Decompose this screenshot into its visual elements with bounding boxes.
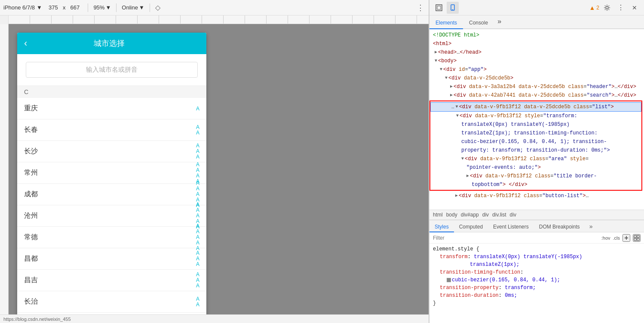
device-emulation-icon xyxy=(449,4,456,11)
toolbar-divider-1 xyxy=(88,3,88,12)
tab-elements[interactable]: Elements xyxy=(429,17,463,29)
header-tag: <div data-v-3a3a12b4 data-v-25dcde5b cla… xyxy=(454,83,636,91)
cls-button[interactable]: .cls xyxy=(613,235,620,241)
viewport-content: ‹ 城市选择 输入城市名或拼音 C 重庆 A 长春 AA xyxy=(9,24,429,314)
tree-div-list-selected[interactable]: … ▼ <div data-v-9fb13f12 data-v-25dcde5b… xyxy=(430,102,641,112)
head-triangle[interactable]: ▶ xyxy=(435,49,437,56)
alpha-changsha: AAA xyxy=(196,143,199,160)
tree-html: <html> xyxy=(429,40,644,48)
search-input[interactable]: 输入城市名或拼音 xyxy=(26,62,198,78)
city-item-changchun[interactable]: 长春 AA xyxy=(17,119,206,141)
svg-rect-5 xyxy=(634,235,636,238)
inspect-icon xyxy=(435,4,442,11)
city-item-changzhou[interactable]: 常州 AAAA xyxy=(17,162,206,184)
styles-tab-more-button[interactable]: » xyxy=(586,222,595,232)
tab-console[interactable]: Console xyxy=(463,17,494,29)
tree-div-title-line2: topbottom"> </div> xyxy=(430,180,641,189)
device-name: iPhone 6/7/8 xyxy=(3,4,35,11)
settings-gear-icon xyxy=(604,4,610,11)
more-options-button[interactable]: ⋮ xyxy=(417,3,425,12)
breadcrumb-html[interactable]: html xyxy=(433,212,443,218)
city-name-changzhi: 长治 xyxy=(24,297,38,306)
section-header-c: C xyxy=(17,85,206,98)
divapp-triangle[interactable]: ▼ xyxy=(440,66,442,73)
devtools-panel: ▲ 2 ⋮ ✕ Elements Console » <!DOCTYPE htm… xyxy=(429,0,644,323)
close-devtools-button[interactable]: ✕ xyxy=(629,2,641,14)
close-icon: ✕ xyxy=(632,4,637,11)
inspect-element-button[interactable] xyxy=(433,2,445,14)
list-tag: <div data-v-9fb13f12 data-v-25dcde5b cla… xyxy=(459,103,614,111)
city-item-changdu[interactable]: 昌都 AAA xyxy=(17,248,206,270)
title-triangle[interactable]: ▶ xyxy=(466,172,469,180)
network-dropdown-icon[interactable]: ▼ xyxy=(139,4,144,11)
add-style-button[interactable]: + xyxy=(623,234,630,242)
zoom-dropdown-icon[interactable]: ▼ xyxy=(105,4,111,11)
city-item-changsha[interactable]: 长沙 AAA xyxy=(17,141,206,162)
city-item-changde[interactable]: 常德 AAAAA xyxy=(17,227,206,248)
btnlist-triangle[interactable]: ▶ xyxy=(455,192,458,200)
devtools-tabs-bar: Elements Console » xyxy=(429,15,644,29)
dimension-inputs: x xyxy=(46,4,83,11)
zoom-selector[interactable]: 95% ▼ xyxy=(93,4,111,11)
device-selector[interactable]: iPhone 6/7/8 ▼ xyxy=(3,4,42,11)
width-input[interactable] xyxy=(46,4,61,11)
breadcrumb-divapp[interactable]: div#app xyxy=(461,212,479,218)
tree-div-header: ▶ <div data-v-3a3a12b4 data-v-25dcde5b c… xyxy=(429,82,644,91)
city-name-chengdu: 成都 xyxy=(24,190,38,199)
style-selector-element: element.style { xyxy=(433,245,641,253)
back-button[interactable]: ‹ xyxy=(24,38,27,49)
device-dropdown-icon[interactable]: ▼ xyxy=(37,4,42,11)
city-name-changdu: 昌都 xyxy=(24,254,38,263)
zoom-value: 95% xyxy=(93,4,104,11)
city-item-cangzhou[interactable]: 沧州 AAAAA xyxy=(17,205,206,227)
more-options-button[interactable]: ⋮ xyxy=(615,2,627,14)
style-transform-row: transform: translateX(0px) translateY(-1… xyxy=(440,253,641,261)
tree-div-transform: ▼ <div data-v-9fb13f12 style="transform: xyxy=(430,112,641,120)
city-item-chongqing[interactable]: 重庆 A xyxy=(17,98,206,119)
settings-button[interactable] xyxy=(601,2,613,14)
viewport-area: ‹ 城市选择 输入城市名或拼音 C 重庆 A 长春 AA xyxy=(0,24,429,314)
alpha-changdu: AAA xyxy=(196,250,199,268)
device-emulation-button[interactable] xyxy=(447,2,459,14)
tab-event-listeners[interactable]: Event Listeners xyxy=(488,222,534,232)
no-throttle-icon: ◇ xyxy=(155,3,160,12)
city-item-changzhi[interactable]: 长治 AA xyxy=(17,291,206,313)
browser-toolbar: iPhone 6/7/8 ▼ x 95% ▼ Online ▼ ◇ ⋮ xyxy=(0,0,429,15)
tree-div-area: ▼ <div data-v-9fb13f12 class="area" styl… xyxy=(430,155,641,163)
height-input[interactable] xyxy=(67,4,83,11)
area-triangle[interactable]: ▼ xyxy=(461,155,464,163)
tab-computed[interactable]: Computed xyxy=(454,222,488,232)
header-triangle[interactable]: ▶ xyxy=(450,83,453,91)
search-triangle[interactable]: ▶ xyxy=(450,91,453,99)
city-item-chaohu[interactable]: 巢湖 A xyxy=(17,313,206,314)
tree-div-area-style: "pointer-events: auto;"> xyxy=(430,163,641,172)
breadcrumb-body[interactable]: body xyxy=(446,212,457,218)
breadcrumb-div[interactable]: div xyxy=(482,212,489,218)
body-triangle[interactable]: ▼ xyxy=(435,57,437,65)
layout-icon-button[interactable] xyxy=(633,234,641,242)
svg-rect-0 xyxy=(436,5,442,11)
tab-dom-breakpoints[interactable]: DOM Breakpoints xyxy=(534,222,585,232)
list-triangle[interactable]: ▼ xyxy=(456,103,458,111)
btnlist-tag: <div data-v-9fb13f12 class="button-list"… xyxy=(459,192,589,200)
breadcrumb-divlist[interactable]: div.list xyxy=(492,212,506,218)
div25-triangle[interactable]: ▼ xyxy=(445,74,448,82)
tab-more-button[interactable]: » xyxy=(494,15,505,28)
area-tag: <div data-v-9fb13f12 class="area" style= xyxy=(465,155,589,163)
bezier-color-swatch[interactable] xyxy=(447,278,451,282)
styles-tabs: Styles Computed Event Listeners DOM Brea… xyxy=(429,220,644,232)
transform-triangle[interactable]: ▼ xyxy=(456,112,459,120)
devtools-toolbar: ▲ 2 ⋮ ✕ xyxy=(429,0,644,15)
network-selector[interactable]: Online ▼ xyxy=(122,4,144,11)
city-item-changji[interactable]: 昌吉 AAA xyxy=(17,270,206,291)
ruler-row xyxy=(0,15,429,24)
checkbox-bezier xyxy=(447,276,452,284)
city-item-chengdu[interactable]: 成都 AAAAA xyxy=(17,184,206,205)
hov-button[interactable]: :hov xyxy=(601,235,610,241)
filter-input[interactable] xyxy=(433,235,599,241)
tab-styles[interactable]: Styles xyxy=(429,222,454,232)
breadcrumb-div-last[interactable]: div xyxy=(510,212,516,218)
doctype-text: <!DOCTYPE html> xyxy=(433,31,479,39)
svg-rect-1 xyxy=(437,6,441,9)
html-tree[interactable]: <!DOCTYPE html> <html> ▶ <head>…</head> … xyxy=(429,29,644,210)
